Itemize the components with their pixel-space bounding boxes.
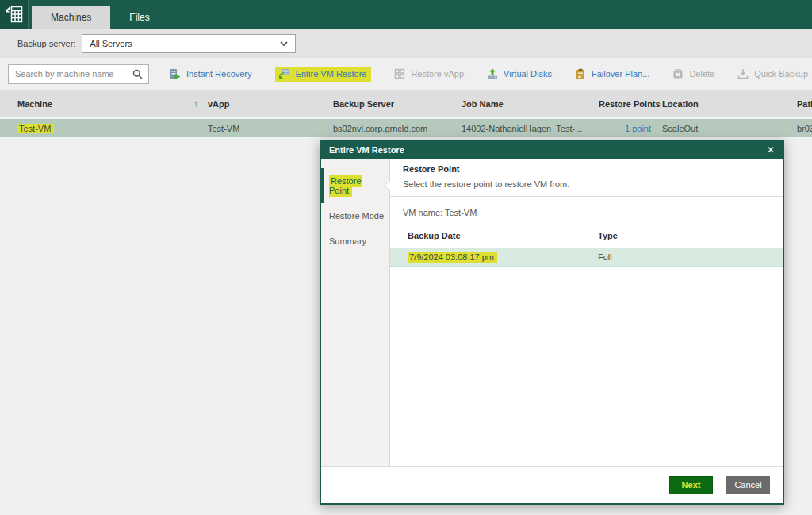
virtual-disks-button[interactable]: Virtual Disks [487, 68, 552, 79]
column-header-path[interactable]: Path [797, 99, 812, 109]
virtual-disks-icon [487, 68, 498, 79]
entire-vm-restore-dialog: Entire VM Restore ✕ Restore Point Restor… [320, 140, 784, 505]
failover-plan-button[interactable]: Failover Plan... [575, 68, 649, 79]
column-header-location[interactable]: Location [662, 99, 797, 109]
search-input[interactable] [9, 69, 132, 79]
failover-plan-label: Failover Plan... [592, 69, 649, 79]
virtual-disks-label: Virtual Disks [504, 69, 552, 79]
topbar: Machines Files [0, 0, 812, 29]
dialog-body: Restore Point Restore Mode Summary Resto… [321, 159, 783, 466]
entire-vm-restore-button[interactable]: Entire VM Restore [275, 67, 372, 82]
entire-vm-restore-icon [278, 68, 290, 79]
tab-files-label: Files [129, 12, 149, 23]
restore-vapp-label: Restore vApp [411, 69, 464, 79]
restore-points-table-header: Backup Date Type [390, 217, 783, 248]
backup-server-label: Backup server: [17, 39, 75, 48]
search-box [8, 64, 149, 84]
step-restore-mode[interactable]: Restore Mode [321, 203, 389, 229]
quick-backup-label: Quick Backup [754, 69, 808, 79]
cell-backup-date: 7/9/2024 03:08:17 pm [408, 252, 598, 262]
column-header-machine[interactable]: Machine ↑ [17, 98, 208, 110]
cell-restore-points-link[interactable]: 1 point [599, 124, 662, 133]
failover-plan-icon [575, 68, 586, 79]
column-header-type[interactable]: Type [598, 231, 783, 240]
search-icon[interactable] [132, 69, 143, 79]
quick-backup-button[interactable]: Quick Backup [737, 68, 808, 79]
backup-date-highlight: 7/9/2024 03:08:17 pm [408, 252, 497, 263]
machine-name-highlight: Test-VM [17, 124, 54, 133]
tab-files[interactable]: Files [110, 6, 168, 29]
table-row-test-vm[interactable]: Test-VM Test-VM bs02nvl.corp.grncld.com … [0, 117, 812, 137]
dialog-step-heading: Restore Point [403, 164, 770, 174]
entire-vm-restore-label: Entire VM Restore [296, 69, 367, 79]
instant-recovery-icon [170, 68, 181, 79]
active-step-notch [385, 181, 390, 190]
toolbar: Instant Recovery Entire VM Restore Resto… [0, 58, 812, 90]
heading-divider [390, 196, 783, 197]
vm-name-label: VM name: Test-VM [403, 208, 770, 217]
filter-bar: Backup server: All Servers [0, 29, 812, 58]
step-summary-label: Summary [329, 236, 366, 246]
instant-recovery-label: Instant Recovery [186, 69, 252, 79]
step-restore-point-label: Restore Point [329, 175, 362, 197]
cancel-button[interactable]: Cancel [726, 476, 770, 494]
quick-backup-icon [737, 68, 749, 79]
dialog-footer: Next Cancel [321, 466, 783, 503]
dialog-step-subheading: Select the restore point to restore VM f… [403, 179, 770, 189]
next-button[interactable]: Next [669, 476, 713, 494]
dialog-header: Entire VM Restore ✕ [321, 140, 783, 159]
machines-table-header: Machine ↑ vApp Backup Server Job Name Re… [0, 90, 812, 117]
dialog-content: Restore Point Select the restore point t… [390, 159, 783, 466]
close-icon[interactable]: ✕ [767, 145, 775, 155]
chevron-down-icon [280, 41, 288, 46]
delete-label: Delete [689, 69, 714, 79]
tab-machines-label: Machines [51, 12, 91, 23]
tab-machines[interactable]: Machines [32, 6, 110, 29]
restore-vapp-button[interactable]: Restore vApp [394, 68, 464, 79]
step-restore-point[interactable]: Restore Point [321, 168, 389, 203]
backup-server-select[interactable]: All Servers [82, 34, 296, 53]
dialog-title: Entire VM Restore [329, 145, 404, 155]
delete-button[interactable]: Delete [672, 68, 714, 79]
app-logo[interactable] [0, 0, 29, 29]
cell-type: Full [598, 252, 783, 262]
cell-vapp: Test-VM [208, 124, 333, 133]
sort-ascending-icon[interactable]: ↑ [193, 98, 198, 110]
step-restore-mode-label: Restore Mode [329, 211, 384, 221]
column-header-job-name[interactable]: Job Name [462, 99, 599, 109]
column-header-vapp[interactable]: vApp [208, 99, 333, 109]
column-header-restore-points[interactable]: Restore Points [599, 99, 662, 109]
toolbar-buttons: Instant Recovery Entire VM Restore Resto… [170, 67, 812, 82]
cell-backup-server: bs02nvl.corp.grncld.com [333, 124, 462, 133]
delete-icon [672, 68, 684, 79]
cell-job-name: 14002-NathanielHagen_Test-... [462, 124, 599, 133]
wizard-steps: Restore Point Restore Mode Summary [321, 159, 390, 466]
step-summary[interactable]: Summary [321, 229, 389, 254]
column-header-backup-server[interactable]: Backup Server [333, 99, 462, 109]
main-tabs: Machines Files [32, 6, 169, 29]
cell-machine: Test-VM [17, 124, 208, 133]
cell-path: br03 [797, 124, 812, 133]
restore-point-row[interactable]: 7/9/2024 03:08:17 pm Full [390, 248, 783, 267]
veeam-machines-screen: Machines Files Backup server: All Server… [0, 0, 812, 515]
column-header-backup-date[interactable]: Backup Date [408, 231, 598, 240]
instant-recovery-button[interactable]: Instant Recovery [170, 68, 252, 79]
app-logo-icon [4, 4, 25, 25]
backup-server-value: All Servers [90, 39, 132, 48]
restore-vapp-icon [394, 68, 405, 79]
cell-location: ScaleOut [662, 124, 797, 133]
